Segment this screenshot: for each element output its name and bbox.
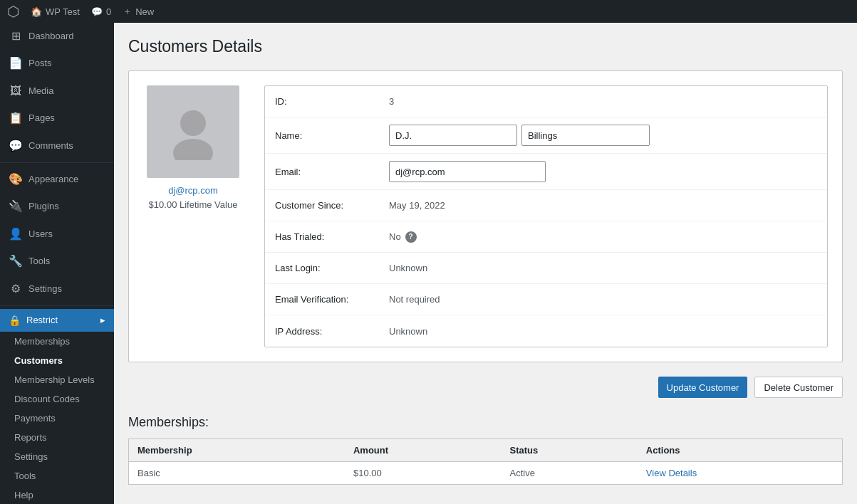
col-header-actions: Actions xyxy=(638,439,843,462)
email-value xyxy=(389,161,546,182)
sidebar-item-reports[interactable]: Reports xyxy=(0,428,114,447)
new-button[interactable]: ＋ New xyxy=(123,5,154,18)
detail-row-email: Email: xyxy=(265,154,827,190)
sidebar-item-label: Media xyxy=(28,85,53,98)
wp-logo-button[interactable]: ⬡ xyxy=(7,3,19,20)
customer-email-link[interactable]: dj@rcp.com xyxy=(168,185,218,196)
id-value: 3 xyxy=(389,96,394,107)
email-label: Email: xyxy=(275,167,389,177)
sidebar-item-settings[interactable]: ⚙ Settings xyxy=(0,275,114,303)
memberships-table-header: Membership Amount Status Actions xyxy=(129,439,843,462)
sidebar-item-discount-codes[interactable]: Discount Codes xyxy=(0,389,114,409)
sidebar-item-label: Dashboard xyxy=(28,30,74,43)
site-name-button[interactable]: 🏠 WP Test xyxy=(31,6,80,17)
sidebar-item-media[interactable]: 🖼 Media xyxy=(0,78,114,105)
ip-address-value: Unknown xyxy=(389,326,427,337)
sidebar-item-label: Users xyxy=(28,228,53,241)
chevron-right-icon: ▸ xyxy=(100,315,105,325)
sidebar-item-tools-sub[interactable]: Tools xyxy=(0,466,114,485)
sidebar-item-membership-levels[interactable]: Membership Levels xyxy=(0,370,114,389)
sidebar-item-settings-sub[interactable]: Settings xyxy=(0,447,114,466)
sidebar-item-appearance[interactable]: 🎨 Appearance xyxy=(0,166,114,193)
layout: ⊞ Dashboard 📄 Posts 🖼 Media 📋 Pages 💬 Co… xyxy=(0,23,857,504)
help-icon[interactable]: ? xyxy=(405,231,417,243)
sidebar-item-label: Comments xyxy=(28,140,73,152)
col-header-status: Status xyxy=(501,439,637,462)
submenu-label: Memberships xyxy=(14,336,70,347)
delete-customer-button[interactable]: Delete Customer xyxy=(754,377,843,398)
sidebar-item-comments[interactable]: 💬 Comments xyxy=(0,132,114,159)
sidebar-item-memberships[interactable]: Memberships xyxy=(0,332,114,351)
sidebar-item-tools[interactable]: 🔧 Tools xyxy=(0,248,114,275)
tools-icon: 🔧 xyxy=(9,253,23,269)
customer-since-value: May 19, 2022 xyxy=(389,200,445,211)
memberships-section-title: Memberships: xyxy=(128,415,843,430)
submenu-label: Payments xyxy=(14,413,56,424)
detail-row-last-login: Last Login: Unknown xyxy=(265,253,827,284)
wp-logo-icon: ⬡ xyxy=(7,3,19,20)
action-buttons: Update Customer Delete Customer xyxy=(128,377,843,398)
last-login-value: Unknown xyxy=(389,263,427,273)
sidebar-item-pages[interactable]: 📋 Pages xyxy=(0,105,114,132)
avatar-section: dj@rcp.com $10.00 Lifetime Value xyxy=(143,85,243,347)
table-row: Basic $10.00 Active View Details xyxy=(129,462,843,485)
membership-actions: View Details xyxy=(638,462,843,485)
sidebar-item-label: Tools xyxy=(28,255,50,268)
ip-address-label: IP Address: xyxy=(275,326,389,337)
svg-point-0 xyxy=(180,110,206,136)
email-input[interactable] xyxy=(389,161,546,182)
view-details-link[interactable]: View Details xyxy=(646,468,697,478)
appearance-icon: 🎨 xyxy=(9,172,23,187)
page-title: Customers Details xyxy=(128,37,843,56)
customer-details-table: ID: 3 Name: Email: xyxy=(264,85,828,347)
detail-row-customer-since: Customer Since: May 19, 2022 xyxy=(265,190,827,221)
sidebar-item-users[interactable]: 👤 Users xyxy=(0,221,114,248)
detail-row-name: Name: xyxy=(265,117,827,154)
has-trialed-label: Has Trialed: xyxy=(275,231,389,242)
sidebar-item-dashboard[interactable]: ⊞ Dashboard xyxy=(0,23,114,50)
membership-status: Active xyxy=(501,462,637,485)
detail-row-has-trialed: Has Trialed: No ? xyxy=(265,221,827,253)
memberships-table: Membership Amount Status Actions Basic $… xyxy=(128,439,843,485)
home-icon: 🏠 xyxy=(31,6,42,17)
id-label: ID: xyxy=(275,96,389,107)
name-value xyxy=(389,125,650,146)
comments-button[interactable]: 💬 0 xyxy=(91,6,111,17)
avatar-silhouette-icon xyxy=(165,103,222,160)
sidebar-item-help[interactable]: Help xyxy=(0,485,114,504)
new-label: New xyxy=(135,6,154,17)
memberships-table-body: Basic $10.00 Active View Details xyxy=(129,462,843,485)
submenu-label: Settings xyxy=(14,451,48,462)
submenu-label: Discount Codes xyxy=(14,394,80,404)
sidebar-item-customers[interactable]: Customers xyxy=(0,351,114,370)
dashboard-icon: ⊞ xyxy=(9,28,23,44)
first-name-input[interactable] xyxy=(389,125,517,146)
customer-since-label: Customer Since: xyxy=(275,200,389,211)
update-customer-button[interactable]: Update Customer xyxy=(658,377,748,398)
detail-row-email-verification: Email Verification: Not required xyxy=(265,284,827,315)
main-content: Customers Details dj@rcp.com $10.00 Life… xyxy=(114,23,857,504)
plus-icon: ＋ xyxy=(123,5,132,18)
customer-card: dj@rcp.com $10.00 Lifetime Value ID: 3 N… xyxy=(128,70,843,362)
media-icon: 🖼 xyxy=(9,83,23,99)
last-name-input[interactable] xyxy=(521,125,650,146)
lifetime-value: $10.00 Lifetime Value xyxy=(149,199,238,210)
last-login-label: Last Login: xyxy=(275,263,389,273)
sidebar-item-plugins[interactable]: 🔌 Plugins xyxy=(0,193,114,220)
detail-row-ip-address: IP Address: Unknown xyxy=(265,315,827,347)
submenu-label: Customers xyxy=(14,355,63,366)
email-verification-label: Email Verification: xyxy=(275,294,389,305)
name-label: Name: xyxy=(275,130,389,141)
membership-amount: $10.00 xyxy=(345,462,502,485)
plugins-icon: 🔌 xyxy=(9,199,23,214)
submenu-label: Membership Levels xyxy=(14,374,95,385)
has-trialed-value: No ? xyxy=(389,231,417,243)
col-header-amount: Amount xyxy=(345,439,502,462)
sidebar-item-label: Posts xyxy=(28,57,52,70)
sidebar-item-posts[interactable]: 📄 Posts xyxy=(0,50,114,77)
restrict-menu-item[interactable]: 🔒 Restrict ▸ xyxy=(0,309,114,332)
sidebar-item-payments[interactable]: Payments xyxy=(0,409,114,428)
users-icon: 👤 xyxy=(9,226,23,242)
site-name: WP Test xyxy=(46,6,80,17)
detail-row-id: ID: 3 xyxy=(265,86,827,117)
